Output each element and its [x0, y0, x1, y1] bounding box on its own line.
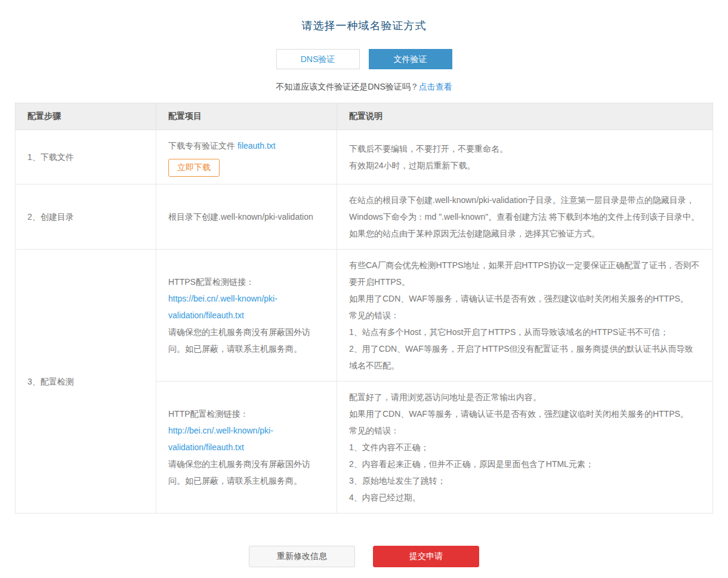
table-header-row: 配置步骤 配置项目 配置说明 — [16, 103, 713, 130]
desc-cell: 下载后不要编辑，不要打开，不要重命名。 有效期24小时，过期后重新下载。 — [337, 130, 713, 185]
desc-line: 配置好了，请用浏览器访问地址是否正常输出内容。 — [349, 389, 701, 405]
https-check-note: 请确保您的主机服务商没有屏蔽国外访问。如已屏蔽，请联系主机服务商。 — [168, 324, 325, 357]
desc-line: 2、内容看起来正确，但并不正确，原因是里面包含了HTML元素； — [349, 456, 701, 472]
download-now-button[interactable]: 立即下载 — [168, 159, 220, 177]
tab-dns-verification[interactable]: DNS验证 — [276, 49, 360, 69]
desc-line: 3、原始地址发生了跳转； — [349, 472, 701, 489]
table-row-config-check-https: 3、配置检测 HTTPS配置检测链接： https://bei.cn/.well… — [16, 250, 713, 382]
desc-line: 如果用了CDN、WAF等服务，请确认证书是否有效，强烈建议临时关闭相关服务的HT… — [349, 405, 701, 422]
create-dir-text: 根目录下创建.well-known/pki-validation — [168, 208, 325, 225]
step-cell: 2、创建目录 — [16, 185, 156, 250]
desc-line: 下载后不要编辑，不要打开，不要重命名。 — [349, 140, 701, 157]
config-table: 配置步骤 配置项目 配置说明 1、下载文件 下载专有验证文件 fileauth.… — [15, 103, 713, 514]
item-cell: 根目录下创建.well-known/pki-validation — [156, 185, 337, 250]
desc-line: 1、文件内容不正确； — [349, 439, 701, 456]
desc-line: 2、用了CDN、WAF等服务，开启了HTTPS但没有配置证书，服务商提供的默认证… — [349, 340, 701, 374]
desc-line: 常见的错误： — [349, 307, 701, 324]
item-cell: HTTPS配置检测链接： https://bei.cn/.well-known/… — [156, 250, 337, 382]
https-check-link-line: https://bei.cn/.well-known/pki-validatio… — [168, 290, 325, 324]
help-line: 不知道应该文件验证还是DNS验证吗？点击查看 — [0, 82, 728, 93]
modify-info-button[interactable]: 重新修改信息 — [249, 546, 355, 567]
step-cell: 3、配置检测 — [16, 250, 156, 514]
download-file-line: 下载专有验证文件 fileauth.txt — [168, 137, 325, 154]
desc-line: 有些CA厂商会优先检测HTTPS地址，如果开启HTTPS协议一定要保证正确配置了… — [349, 257, 701, 290]
header-config-step: 配置步骤 — [16, 103, 156, 130]
header-config-desc: 配置说明 — [337, 103, 713, 130]
config-table-wrap: 配置步骤 配置项目 配置说明 1、下载文件 下载专有验证文件 fileauth.… — [15, 103, 713, 514]
step-cell: 1、下载文件 — [16, 130, 156, 185]
http-check-link-line: http://bei.cn/.well-known/pki-validation… — [168, 422, 325, 456]
desc-cell: 配置好了，请用浏览器访问地址是否正常输出内容。 如果用了CDN、WAF等服务，请… — [337, 382, 713, 514]
http-check-link[interactable]: http://bei.cn/.well-known/pki-validation… — [168, 426, 273, 452]
http-check-label: HTTP配置检测链接： — [168, 405, 325, 422]
download-file-text: 下载专有验证文件 — [168, 141, 237, 150]
desc-line: 常见的错误： — [349, 422, 701, 439]
http-check-note: 请确保您的主机服务商没有屏蔽国外访问。如已屏蔽，请联系主机服务商。 — [168, 456, 325, 489]
header-config-item: 配置项目 — [156, 103, 337, 130]
verification-tabs: DNS验证 文件验证 — [0, 49, 728, 69]
desc-line: 有效期24小时，过期后重新下载。 — [349, 157, 701, 174]
page-title: 请选择一种域名验证方式 — [0, 19, 728, 33]
item-cell: HTTP配置检测链接： http://bei.cn/.well-known/pk… — [156, 382, 337, 514]
desc-cell: 有些CA厂商会优先检测HTTPS地址，如果开启HTTPS协议一定要保证正确配置了… — [337, 250, 713, 382]
fileauth-txt-link[interactable]: fileauth.txt — [237, 141, 276, 150]
desc-line: 4、内容已经过期。 — [349, 489, 701, 506]
help-text: 不知道应该文件验证还是DNS验证吗？ — [276, 82, 419, 91]
https-check-link[interactable]: https://bei.cn/.well-known/pki-validatio… — [168, 294, 277, 320]
desc-line: 在站点的根目录下创建.well-known/pki-validation子目录。… — [349, 192, 701, 242]
https-check-label: HTTPS配置检测链接： — [168, 273, 325, 290]
item-cell: 下载专有验证文件 fileauth.txt 立即下载 — [156, 130, 337, 185]
submit-application-button[interactable]: 提交申请 — [373, 546, 479, 567]
table-row-download-file: 1、下载文件 下载专有验证文件 fileauth.txt 立即下载 下载后不要编… — [16, 130, 713, 185]
help-view-link[interactable]: 点击查看 — [419, 82, 452, 91]
desc-line: 1、站点有多个Host，其它Host开启了HTTPS，从而导致该域名的HTTPS… — [349, 324, 701, 340]
footer-actions: 重新修改信息 提交申请 — [0, 546, 728, 567]
desc-line: 如果用了CDN、WAF等服务，请确认证书是否有效，强烈建议临时关闭相关服务的HT… — [349, 290, 701, 307]
desc-cell: 在站点的根目录下创建.well-known/pki-validation子目录。… — [337, 185, 713, 250]
table-row-create-directory: 2、创建目录 根目录下创建.well-known/pki-validation … — [16, 185, 713, 250]
tab-file-verification[interactable]: 文件验证 — [369, 49, 452, 69]
